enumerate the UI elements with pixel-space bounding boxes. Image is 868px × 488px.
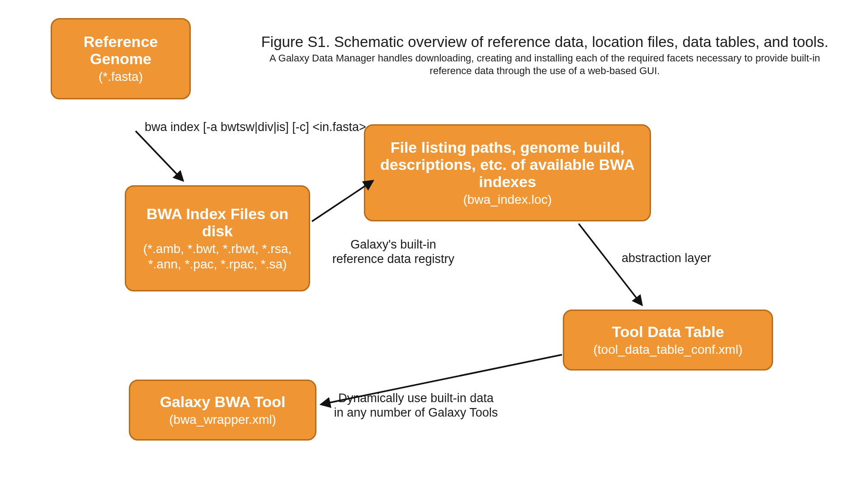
node-galaxy-bwa-tool: Galaxy BWA Tool (bwa_wrapper.xml) (129, 380, 316, 441)
node-title: Reference Genome (62, 33, 179, 67)
edge-label-registry: Galaxy's built-in reference data registr… (326, 237, 461, 267)
node-title: File listing paths, genome build, descri… (375, 139, 640, 190)
arrow-refgenome-to-indexfiles (136, 131, 183, 181)
edge-label-dynamic: Dynamically use built-in data in any num… (332, 391, 500, 420)
node-subtitle: (*.fasta) (99, 69, 143, 84)
figure-title: Figure S1. Schematic overview of referen… (251, 33, 839, 51)
edge-label-bwa-index: bwa index [-a bwtsw|div|is] [-c] <in.fas… (145, 120, 398, 134)
edge-label-abstraction: abstraction layer (622, 251, 735, 265)
node-title: Galaxy BWA Tool (160, 393, 286, 410)
node-subtitle: (tool_data_table_conf.xml) (594, 342, 743, 357)
figure-description: A Galaxy Data Manager handles downloadin… (251, 52, 839, 77)
node-subtitle: (*.amb, *.bwt, *.rbwt, *.rsa, *.ann, *.p… (136, 241, 299, 272)
node-title: BWA Index Files on disk (136, 205, 299, 239)
node-subtitle: (bwa_index.loc) (463, 192, 552, 207)
node-tool-data-table: Tool Data Table (tool_data_table_conf.xm… (563, 310, 773, 371)
node-title: Tool Data Table (612, 323, 724, 340)
node-bwa-index-files: BWA Index Files on disk (*.amb, *.bwt, *… (125, 185, 310, 291)
node-subtitle: (bwa_wrapper.xml) (169, 412, 276, 427)
node-reference-genome: Reference Genome (*.fasta) (51, 18, 191, 99)
node-file-listing: File listing paths, genome build, descri… (364, 124, 651, 221)
